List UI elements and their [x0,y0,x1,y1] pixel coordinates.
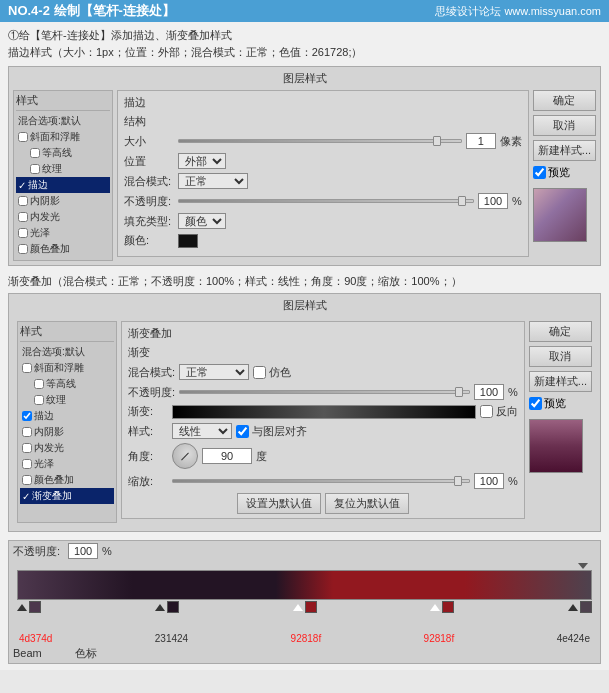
grad-opacity-row: 不透明度: % [128,384,518,400]
ok-button-2[interactable]: 确定 [529,321,592,342]
style-bevel-1[interactable]: 斜面和浮雕 [16,129,110,145]
preview-box-2 [529,419,583,473]
dither-check[interactable] [253,366,266,379]
style-texture-check-2[interactable] [34,395,44,405]
top-bar: NO.4-2 绘制【笔杆-连接处】 思绫设计论坛 www.missyuan.co… [0,0,609,22]
align-layer-check[interactable] [236,425,249,438]
style-stroke-1[interactable]: ✓ 描边 [16,177,110,193]
gradient-strip[interactable] [17,570,592,600]
bottom-opacity-input[interactable] [68,543,98,559]
angle-circle[interactable] [172,443,198,469]
scale-slider-handle[interactable] [454,476,462,486]
grad-opacity-slider[interactable] [179,390,470,394]
new-style-button-2[interactable]: 新建样式... [529,371,592,392]
style-stroke-2[interactable]: 描边 [20,408,114,424]
blend-option-2[interactable]: 混合选项:默认 [20,344,114,360]
stop-color-1[interactable] [29,601,41,613]
style-texture-1[interactable]: 纹理 [16,161,110,177]
style-inner-glow-check-2[interactable] [22,443,32,453]
scale-slider[interactable] [172,479,470,483]
blend-option-1[interactable]: 混合选项:默认 [16,113,110,129]
styles-panel-title-2: 样式 [20,324,114,342]
style-inner-shadow-check-2[interactable] [22,427,32,437]
style-inner-shadow-1[interactable]: 内阴影 [16,193,110,209]
style-bevel-check-2[interactable] [22,363,32,373]
style-color-overlay-check-2[interactable] [22,475,32,485]
style-inner-glow-1[interactable]: 内发光 [16,209,110,225]
ok-button-1[interactable]: 确定 [533,90,596,111]
stop-3[interactable] [293,601,317,613]
stop-2[interactable] [155,601,179,613]
style-inner-shadow-check-1[interactable] [18,196,28,206]
style-contour-2[interactable]: 等高线 [20,376,114,392]
opacity-input-1[interactable] [478,193,508,209]
color-swatch-1[interactable] [178,234,198,248]
color-label-field: 颜色: [124,233,174,248]
grad-style-select[interactable]: 线性 径向 角度 [172,423,232,439]
grad-opacity-input[interactable] [474,384,504,400]
dialog2-title: 图层样式 [13,298,596,313]
style-satin-check-2[interactable] [22,459,32,469]
gradient-bar-preview[interactable] [172,405,476,419]
style-satin-check-1[interactable] [18,228,28,238]
style-contour-1[interactable]: 等高线 [16,145,110,161]
reset-default-btn[interactable]: 复位为默认值 [325,493,409,514]
color-label-2: 231424 [155,633,188,644]
style-inner-shadow-2[interactable]: 内阴影 [20,424,114,440]
style-stroke-check-2[interactable] [22,411,32,421]
angle-input[interactable] [202,448,252,464]
style-contour-check-1[interactable] [30,148,40,158]
btn-panel-2: 确定 取消 新建样式... 预览 [529,321,592,523]
grad-opacity-slider-handle[interactable] [455,387,463,397]
stop-color-2[interactable] [167,601,179,613]
opacity-slider-handle-1[interactable] [458,196,466,206]
position-select[interactable]: 外部 内部 居中 [178,153,226,169]
top-stops [17,563,592,569]
bottom-opacity-row: 不透明度: % [13,543,596,559]
cancel-button-2[interactable]: 取消 [529,346,592,367]
cancel-button-1[interactable]: 取消 [533,115,596,136]
scale-input[interactable] [474,473,504,489]
style-color-overlay-check-1[interactable] [18,244,28,254]
style-inner-glow-2[interactable]: 内发光 [20,440,114,456]
angle-row: 角度: 度 [128,443,518,469]
preview-box-1 [533,188,587,242]
stop-color-5[interactable] [580,601,592,613]
grad-opacity-label: 不透明度: [128,385,175,400]
style-color-overlay-1[interactable]: 颜色叠加 [16,241,110,257]
style-satin-2[interactable]: 光泽 [20,456,114,472]
opacity-slider-1[interactable] [178,199,474,203]
fill-type-select[interactable]: 颜色 渐变 图案 [178,213,226,229]
style-inner-glow-check-1[interactable] [18,212,28,222]
size-slider-handle[interactable] [433,136,441,146]
stop-color-4[interactable] [442,601,454,613]
set-default-btn[interactable]: 设置为默认值 [237,493,321,514]
new-style-button-1[interactable]: 新建样式... [533,140,596,161]
style-contour-check-2[interactable] [34,379,44,389]
stop-5[interactable] [568,601,592,613]
style-gradient-overlay-2[interactable]: ✓ 渐变叠加 [20,488,114,504]
style-color-overlay-2[interactable]: 颜色叠加 [20,472,114,488]
style-bevel-check-1[interactable] [18,132,28,142]
size-slider[interactable] [178,139,462,143]
default-btns: 设置为默认值 复位为默认值 [128,493,518,514]
stop-arrow-2 [155,604,165,611]
style-satin-1[interactable]: 光泽 [16,225,110,241]
grad-opacity-unit: % [508,386,518,398]
style-bevel-2[interactable]: 斜面和浮雕 [20,360,114,376]
style-texture-check-1[interactable] [30,164,40,174]
preview-check-2[interactable] [529,397,542,410]
stroke-desc: 描边样式（大小：1px；位置：外部；混合模式：正常；色值：261728;） [8,45,601,60]
preview-check-1[interactable] [533,166,546,179]
color-label-1: 4d374d [19,633,52,644]
grad-blend-select[interactable]: 正常 [179,364,249,380]
blend-select-1[interactable]: 正常 [178,173,248,189]
align-layer-row: 与图层对齐 [236,424,307,439]
top-stop-right[interactable] [578,563,588,569]
stop-color-3[interactable] [305,601,317,613]
size-input[interactable] [466,133,496,149]
reverse-check[interactable] [480,405,493,418]
stop-1[interactable] [17,601,41,613]
style-texture-2[interactable]: 纹理 [20,392,114,408]
stop-4[interactable] [430,601,454,613]
